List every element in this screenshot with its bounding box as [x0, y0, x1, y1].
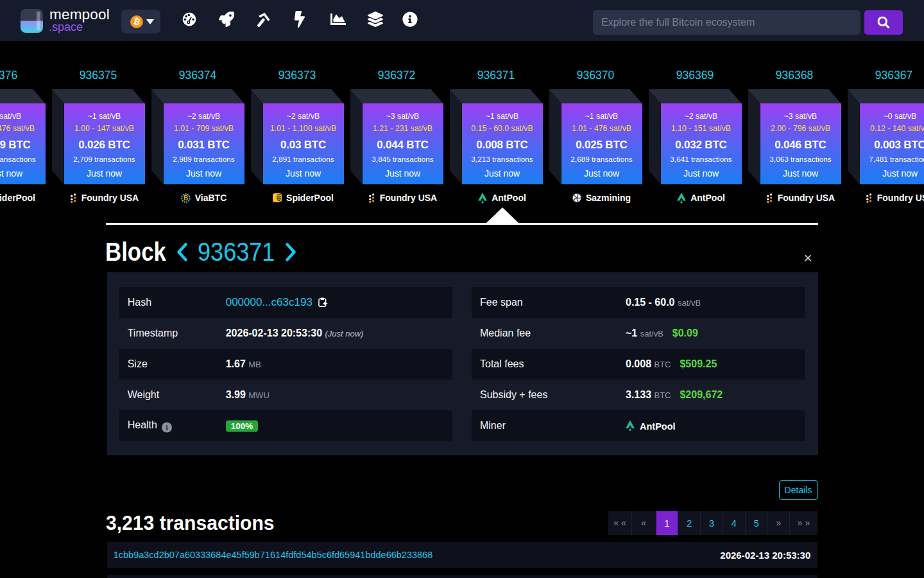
svg-text:B: B — [184, 195, 188, 202]
